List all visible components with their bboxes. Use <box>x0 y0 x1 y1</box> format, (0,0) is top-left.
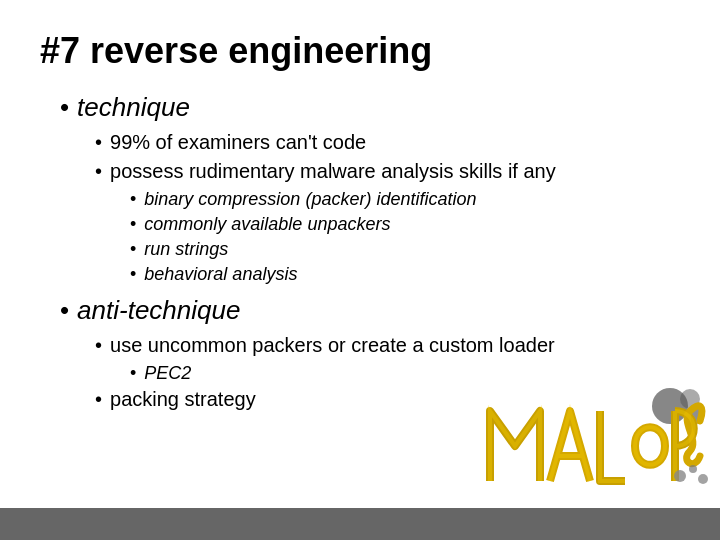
graffiti-decoration <box>475 381 715 506</box>
technique-detail2: commonly available unpackers <box>130 214 680 235</box>
svg-point-5 <box>698 474 708 484</box>
technique-detail4: behavioral analysis <box>130 264 680 285</box>
slide: #7 reverse engineering technique 99% of … <box>0 0 720 540</box>
anti-technique-label: anti-technique <box>77 295 240 326</box>
bottom-bar <box>0 508 720 540</box>
svg-point-3 <box>674 470 686 482</box>
section-technique: technique <box>60 92 680 123</box>
section-anti-technique: anti-technique <box>60 295 680 326</box>
anti-sub1: use uncommon packers or create a custom … <box>95 334 680 357</box>
svg-point-4 <box>689 465 697 473</box>
technique-sub2: possess rudimentary malware analysis ski… <box>95 160 680 183</box>
technique-sub1: 99% of examiners can't code <box>95 131 680 154</box>
technique-label: technique <box>77 92 190 123</box>
technique-detail1: binary compression (packer) identificati… <box>130 189 680 210</box>
technique-detail3: run strings <box>130 239 680 260</box>
slide-title: #7 reverse engineering <box>40 30 680 72</box>
